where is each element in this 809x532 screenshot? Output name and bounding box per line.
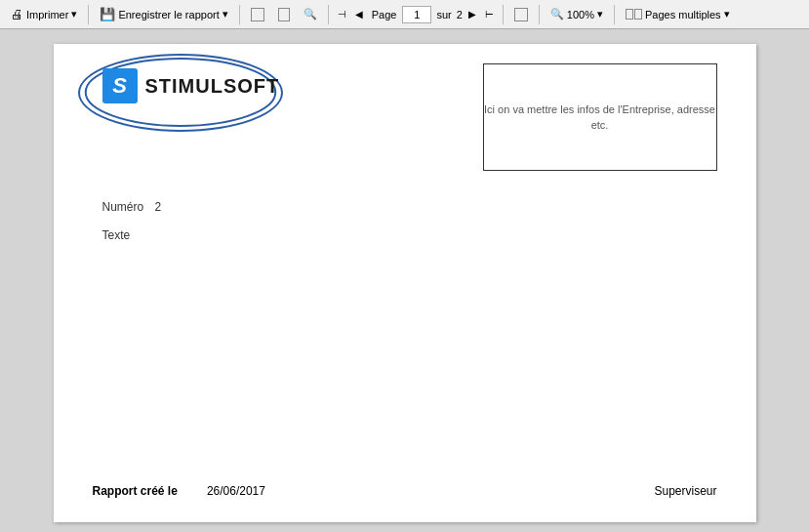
print-dropdown-icon: ▾ <box>71 8 77 20</box>
footer-left: Rapport créé le 26/06/2017 <box>93 484 265 498</box>
find-button[interactable]: 🔍 <box>299 6 322 22</box>
view-mode-button[interactable] <box>509 6 533 23</box>
zoom-button[interactable]: 🔍 100% ▾ <box>546 6 608 22</box>
superviseur-label: Superviseur <box>654 484 716 498</box>
page-navigation: ⊣ ◀ Page 1 sur 2 ▶ ⊢ <box>335 6 497 23</box>
separator-4 <box>503 5 504 24</box>
page-label: Page <box>372 9 397 20</box>
prev-page-button[interactable]: ◀ <box>352 8 366 20</box>
logo-icon: S <box>102 68 138 103</box>
save-label: Enregistrer le rapport <box>118 9 219 20</box>
numero-label: Numéro <box>102 200 144 214</box>
save-dropdown-icon: ▾ <box>222 8 228 20</box>
last-page-button[interactable]: ⊢ <box>482 8 497 20</box>
pages-icon <box>626 9 642 20</box>
separator-1 <box>88 5 89 24</box>
first-page-button[interactable]: ⊣ <box>335 8 349 20</box>
page-total: 2 <box>457 9 463 20</box>
numero-value: 2 <box>155 200 162 214</box>
logo-text: STIMULSOFT <box>145 75 280 98</box>
print-label: Imprimer <box>26 9 68 20</box>
main-area: S STIMULSOFT Ici on va mettre les infos … <box>0 29 809 532</box>
table-icon <box>251 8 264 21</box>
zoom-icon: 🔍 <box>550 8 564 20</box>
separator-5 <box>539 5 540 24</box>
separator-3 <box>328 5 329 24</box>
view-mode-icon <box>514 8 528 21</box>
page-input[interactable]: 1 <box>402 6 431 23</box>
texte-field: Texte <box>102 228 717 242</box>
next-page-button[interactable]: ▶ <box>465 8 479 20</box>
find-icon: 🔍 <box>303 8 317 20</box>
company-info-box: Ici on va mettre les infos de l'Entrepri… <box>483 63 717 171</box>
company-info-text: Ici on va mettre les infos de l'Entrepri… <box>484 102 716 134</box>
rapport-date: 26/06/2017 <box>207 484 265 498</box>
page-total-prefix: sur <box>436 9 451 20</box>
pages-dropdown-icon: ▾ <box>724 8 730 20</box>
rapport-cree-label: Rapport créé le <box>93 484 178 498</box>
print-button[interactable]: 🖨 Imprimer ▾ <box>6 5 82 23</box>
texte-label: Texte <box>102 228 131 242</box>
zoom-label: 100% <box>567 9 594 20</box>
zoom-dropdown-icon: ▾ <box>597 8 603 20</box>
numero-field: Numéro 2 <box>102 200 717 214</box>
document-footer: Rapport créé le 26/06/2017 Superviseur <box>93 484 717 498</box>
pages-multiple-label: Pages multiples <box>645 9 721 20</box>
separator-2 <box>239 5 240 24</box>
print-icon: 🖨 <box>11 7 23 21</box>
document-page: S STIMULSOFT Ici on va mettre les infos … <box>54 44 756 522</box>
separator-6 <box>614 5 615 24</box>
copy-icon <box>278 8 290 21</box>
save-icon: 💾 <box>100 7 115 21</box>
copy-icon-button[interactable] <box>273 6 295 23</box>
toolbar: 🖨 Imprimer ▾ 💾 Enregistrer le rapport ▾ … <box>0 0 809 29</box>
table-icon-button[interactable] <box>246 6 269 23</box>
save-button[interactable]: 💾 Enregistrer le rapport ▾ <box>95 5 232 23</box>
logo-area: S STIMULSOFT <box>93 63 290 108</box>
document-header: S STIMULSOFT Ici on va mettre les infos … <box>93 63 717 171</box>
pages-multiple-button[interactable]: Pages multiples ▾ <box>621 6 735 22</box>
logo-inner: S STIMULSOFT <box>93 63 290 108</box>
